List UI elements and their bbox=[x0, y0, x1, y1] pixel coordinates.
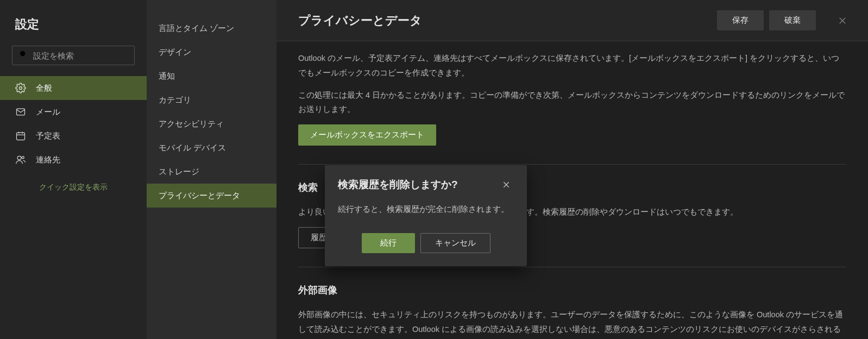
delete-history-dialog: 検索履歴を削除しますか? 続行すると、検索履歴が完全に削除されます。 続行 キャ… bbox=[325, 165, 527, 266]
subnav-categories[interactable]: カテゴリ bbox=[147, 88, 276, 112]
dialog-body: 続行すると、検索履歴が完全に削除されます。 bbox=[338, 204, 514, 215]
save-button[interactable]: 保存 bbox=[717, 10, 764, 30]
people-icon bbox=[15, 154, 26, 165]
external-images-section: 外部画像 外部画像の中には、セキュリティ上のリスクを持つものがあります。ユーザー… bbox=[298, 284, 846, 339]
mail-icon bbox=[15, 106, 26, 117]
svg-rect-3 bbox=[17, 109, 25, 115]
close-icon bbox=[502, 180, 511, 189]
svg-point-9 bbox=[22, 156, 24, 159]
nav-contacts[interactable]: 連絡先 bbox=[0, 148, 147, 172]
discard-button[interactable]: 破棄 bbox=[769, 10, 816, 30]
export-mailbox-button[interactable]: メールボックスをエクスポート bbox=[298, 124, 436, 146]
external-images-desc: 外部画像の中には、セキュリティ上のリスクを持つものがあります。ユーザーのデータを… bbox=[298, 307, 846, 339]
svg-point-8 bbox=[17, 156, 21, 160]
divider bbox=[298, 267, 846, 267]
calendar-icon bbox=[15, 130, 26, 141]
settings-search-input[interactable] bbox=[33, 51, 136, 60]
svg-point-0 bbox=[20, 51, 25, 56]
settings-title: 設定 bbox=[0, 11, 147, 46]
nav-calendar-label: 予定表 bbox=[36, 131, 60, 141]
svg-rect-4 bbox=[17, 133, 25, 140]
subnav-storage[interactable]: ストレージ bbox=[147, 160, 276, 184]
nav-contacts-label: 連絡先 bbox=[36, 155, 60, 165]
export-desc-1: Outlook のメール、予定表アイテム、連絡先はすべてメールボックスに保存され… bbox=[298, 51, 846, 80]
nav-general[interactable]: 全般 bbox=[0, 76, 147, 100]
svg-line-1 bbox=[24, 55, 27, 58]
main-header: プライバシーとデータ 保存 破棄 bbox=[276, 0, 868, 41]
dialog-confirm-button[interactable]: 続行 bbox=[362, 233, 415, 253]
search-icon bbox=[19, 50, 28, 61]
export-desc-2: この処理には最大 4 日かかることがあります。コピーの準備ができ次第、メールボッ… bbox=[298, 88, 846, 117]
subnav-language-timezone[interactable]: 言語とタイム ゾーン bbox=[147, 16, 276, 40]
subnav-notifications[interactable]: 通知 bbox=[147, 64, 276, 88]
close-settings-button[interactable] bbox=[831, 9, 854, 32]
settings-search[interactable] bbox=[12, 46, 135, 65]
subnav-mobile-devices[interactable]: モバイル デバイス bbox=[147, 136, 276, 160]
nav-calendar[interactable]: 予定表 bbox=[0, 124, 147, 148]
svg-point-2 bbox=[20, 87, 22, 90]
dialog-title: 検索履歴を削除しますか? bbox=[338, 178, 458, 192]
dialog-cancel-button[interactable]: キャンセル bbox=[420, 233, 490, 253]
subnav-design[interactable]: デザイン bbox=[147, 40, 276, 64]
page-title: プライバシーとデータ bbox=[298, 12, 712, 29]
settings-subnav: 言語とタイム ゾーン デザイン 通知 カテゴリ アクセシビリティ モバイル デバ… bbox=[147, 0, 276, 339]
subnav-privacy-data[interactable]: プライバシーとデータ bbox=[147, 184, 276, 208]
gear-icon bbox=[15, 83, 26, 93]
external-images-heading: 外部画像 bbox=[298, 284, 846, 297]
nav-mail-label: メール bbox=[36, 107, 60, 117]
close-icon bbox=[838, 16, 847, 26]
dialog-close-button[interactable] bbox=[499, 177, 514, 192]
nav-mail[interactable]: メール bbox=[0, 100, 147, 124]
quick-settings-link[interactable]: クイック設定を表示 bbox=[0, 172, 147, 192]
subnav-accessibility[interactable]: アクセシビリティ bbox=[147, 112, 276, 136]
settings-sidebar: 設定 全般 メール bbox=[0, 0, 147, 339]
export-section: Outlook のメール、予定表アイテム、連絡先はすべてメールボックスに保存され… bbox=[298, 51, 846, 146]
nav-general-label: 全般 bbox=[36, 83, 52, 93]
